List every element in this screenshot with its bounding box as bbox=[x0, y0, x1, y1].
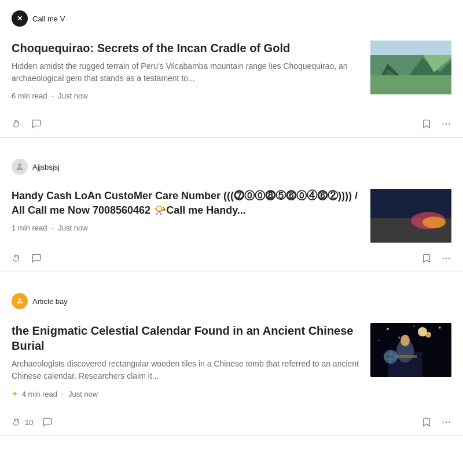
article-excerpt-1: Hidden amidst the rugged terrain of Peru… bbox=[12, 60, 359, 85]
article-card-2: Handy Cash LoAn CustoMer Care Number (((… bbox=[0, 175, 463, 272]
svg-point-20 bbox=[19, 298, 21, 301]
svg-point-37 bbox=[446, 422, 447, 423]
article-actions-3: 10 bbox=[12, 411, 451, 435]
svg-rect-5 bbox=[370, 41, 451, 55]
clap-button-3[interactable]: 10 bbox=[12, 417, 33, 427]
article-title-1[interactable]: Choquequirao: Secrets of the Incan Cradl… bbox=[12, 41, 359, 56]
svg-rect-11 bbox=[370, 189, 451, 218]
clap-button-1[interactable] bbox=[12, 119, 22, 129]
svg-point-23 bbox=[425, 332, 431, 338]
svg-point-17 bbox=[443, 258, 444, 259]
svg-point-38 bbox=[449, 422, 450, 423]
svg-point-7 bbox=[446, 123, 447, 125]
comment-button-2[interactable] bbox=[31, 253, 42, 263]
article-title-3[interactable]: the Enigmatic Celestial Calendar Found i… bbox=[12, 323, 359, 353]
article-content-1: Choquequirao: Secrets of the Incan Cradl… bbox=[12, 41, 359, 108]
avatar-2 bbox=[12, 159, 28, 175]
clap-count-3: 10 bbox=[25, 418, 33, 427]
comment-button-3[interactable] bbox=[42, 417, 53, 427]
author-header-2: Ajjsbsjsj bbox=[0, 148, 463, 175]
save-button-2[interactable] bbox=[421, 253, 432, 263]
article-title-2[interactable]: Handy Cash LoAn CustoMer Care Number (((… bbox=[12, 189, 359, 218]
article-read-time-2: 1 min read · Just now bbox=[12, 224, 359, 232]
article-read-time-1: 6 min read · Just now bbox=[12, 91, 359, 100]
article-published-2: Just now bbox=[58, 224, 87, 232]
author-header-3: Article bay bbox=[0, 283, 463, 309]
article-read-time-3: ✦ 4 min read · Just now bbox=[12, 389, 359, 398]
svg-point-6 bbox=[443, 123, 444, 125]
more-button-1[interactable] bbox=[441, 119, 451, 129]
article-card-3: the Enigmatic Celestial Calendar Found i… bbox=[0, 309, 463, 436]
clap-button-2[interactable] bbox=[12, 253, 22, 263]
article-excerpt-3: Archaeologists discovered rectangular wo… bbox=[12, 358, 359, 382]
avatar-3 bbox=[12, 293, 28, 309]
more-button-3[interactable] bbox=[441, 417, 451, 427]
svg-point-8 bbox=[449, 123, 450, 125]
svg-point-16 bbox=[422, 217, 446, 228]
svg-point-26 bbox=[439, 327, 441, 329]
author-name-2[interactable]: Ajjsbsjsj bbox=[32, 163, 60, 171]
save-button-1[interactable] bbox=[421, 119, 432, 129]
save-button-3[interactable] bbox=[421, 417, 432, 427]
svg-point-24 bbox=[387, 328, 389, 330]
article-actions-2 bbox=[12, 247, 451, 272]
more-button-2[interactable] bbox=[441, 253, 451, 263]
svg-point-19 bbox=[449, 258, 450, 259]
svg-point-31 bbox=[400, 335, 410, 346]
avatar-1: ✕ bbox=[12, 10, 28, 27]
author-name-3[interactable]: Article bay bbox=[32, 297, 68, 306]
article-actions-1 bbox=[12, 113, 451, 137]
article-content-3: the Enigmatic Celestial Calendar Found i… bbox=[12, 323, 359, 407]
svg-point-25 bbox=[399, 337, 400, 339]
article-thumbnail-2 bbox=[370, 189, 451, 243]
author-name-1[interactable]: Call me V bbox=[32, 14, 65, 23]
svg-point-36 bbox=[443, 422, 444, 423]
article-content-2: Handy Cash LoAn CustoMer Care Number (((… bbox=[12, 189, 359, 240]
article-published-3: Just now bbox=[68, 390, 98, 398]
article-thumbnail-1 bbox=[370, 41, 451, 94]
article-published-1: Just now bbox=[58, 91, 87, 100]
comment-button-1[interactable] bbox=[31, 119, 42, 129]
author-header-1: ✕ Call me V bbox=[0, 0, 463, 27]
svg-point-27 bbox=[379, 340, 380, 341]
article-card-1: Choquequirao: Secrets of the Incan Cradl… bbox=[0, 27, 463, 138]
svg-point-18 bbox=[446, 258, 447, 259]
svg-rect-3 bbox=[370, 75, 451, 94]
member-star: ✦ bbox=[12, 389, 19, 398]
article-thumbnail-3 bbox=[370, 323, 451, 377]
svg-point-9 bbox=[18, 163, 21, 167]
svg-point-28 bbox=[413, 325, 414, 327]
